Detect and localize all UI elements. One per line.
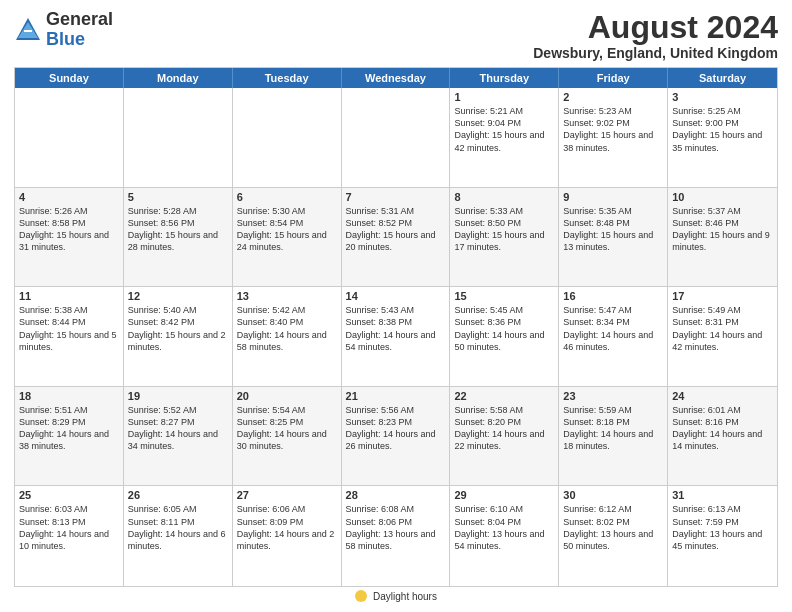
day-number: 5 <box>128 191 228 203</box>
day-number: 26 <box>128 489 228 501</box>
day-number: 17 <box>672 290 773 302</box>
cell-info: Sunrise: 5:58 AM Sunset: 8:20 PM Dayligh… <box>454 404 554 453</box>
day-number: 16 <box>563 290 663 302</box>
cell-info: Sunrise: 5:59 AM Sunset: 8:18 PM Dayligh… <box>563 404 663 453</box>
cell-info: Sunrise: 5:31 AM Sunset: 8:52 PM Dayligh… <box>346 205 446 254</box>
calendar-cell <box>233 88 342 187</box>
day-number: 23 <box>563 390 663 402</box>
cell-info: Sunrise: 5:43 AM Sunset: 8:38 PM Dayligh… <box>346 304 446 353</box>
calendar-cell: 13Sunrise: 5:42 AM Sunset: 8:40 PM Dayli… <box>233 287 342 386</box>
day-number: 30 <box>563 489 663 501</box>
calendar-row-4: 18Sunrise: 5:51 AM Sunset: 8:29 PM Dayli… <box>15 387 777 487</box>
cell-info: Sunrise: 5:54 AM Sunset: 8:25 PM Dayligh… <box>237 404 337 453</box>
logo-text: General Blue <box>46 10 113 50</box>
weekday-header-thursday: Thursday <box>450 68 559 88</box>
calendar-cell: 9Sunrise: 5:35 AM Sunset: 8:48 PM Daylig… <box>559 188 668 287</box>
cell-info: Sunrise: 6:08 AM Sunset: 8:06 PM Dayligh… <box>346 503 446 552</box>
calendar-cell: 16Sunrise: 5:47 AM Sunset: 8:34 PM Dayli… <box>559 287 668 386</box>
cell-info: Sunrise: 5:49 AM Sunset: 8:31 PM Dayligh… <box>672 304 773 353</box>
day-number: 11 <box>19 290 119 302</box>
weekday-header-monday: Monday <box>124 68 233 88</box>
cell-info: Sunrise: 5:25 AM Sunset: 9:00 PM Dayligh… <box>672 105 773 154</box>
cell-info: Sunrise: 5:38 AM Sunset: 8:44 PM Dayligh… <box>19 304 119 353</box>
daylight-legend-label: Daylight hours <box>373 591 437 602</box>
footer: Daylight hours <box>14 587 778 602</box>
cell-info: Sunrise: 5:23 AM Sunset: 9:02 PM Dayligh… <box>563 105 663 154</box>
day-number: 21 <box>346 390 446 402</box>
calendar-cell: 26Sunrise: 6:05 AM Sunset: 8:11 PM Dayli… <box>124 486 233 586</box>
day-number: 20 <box>237 390 337 402</box>
day-number: 28 <box>346 489 446 501</box>
day-number: 18 <box>19 390 119 402</box>
day-number: 22 <box>454 390 554 402</box>
day-number: 31 <box>672 489 773 501</box>
calendar-cell: 15Sunrise: 5:45 AM Sunset: 8:36 PM Dayli… <box>450 287 559 386</box>
day-number: 12 <box>128 290 228 302</box>
calendar-cell <box>15 88 124 187</box>
cell-info: Sunrise: 5:56 AM Sunset: 8:23 PM Dayligh… <box>346 404 446 453</box>
cell-info: Sunrise: 6:06 AM Sunset: 8:09 PM Dayligh… <box>237 503 337 552</box>
calendar-cell <box>124 88 233 187</box>
calendar-row-3: 11Sunrise: 5:38 AM Sunset: 8:44 PM Dayli… <box>15 287 777 387</box>
calendar-cell: 25Sunrise: 6:03 AM Sunset: 8:13 PM Dayli… <box>15 486 124 586</box>
calendar-cell: 6Sunrise: 5:30 AM Sunset: 8:54 PM Daylig… <box>233 188 342 287</box>
day-number: 13 <box>237 290 337 302</box>
calendar-cell: 14Sunrise: 5:43 AM Sunset: 8:38 PM Dayli… <box>342 287 451 386</box>
page: General Blue August 2024 Dewsbury, Engla… <box>0 0 792 612</box>
cell-info: Sunrise: 5:37 AM Sunset: 8:46 PM Dayligh… <box>672 205 773 254</box>
calendar-cell: 31Sunrise: 6:13 AM Sunset: 7:59 PM Dayli… <box>668 486 777 586</box>
day-number: 29 <box>454 489 554 501</box>
calendar-cell: 19Sunrise: 5:52 AM Sunset: 8:27 PM Dayli… <box>124 387 233 486</box>
daylight-legend-icon <box>355 590 367 602</box>
calendar-header: SundayMondayTuesdayWednesdayThursdayFrid… <box>15 68 777 88</box>
calendar-cell: 17Sunrise: 5:49 AM Sunset: 8:31 PM Dayli… <box>668 287 777 386</box>
cell-info: Sunrise: 5:47 AM Sunset: 8:34 PM Dayligh… <box>563 304 663 353</box>
location: Dewsbury, England, United Kingdom <box>533 45 778 61</box>
day-number: 19 <box>128 390 228 402</box>
day-number: 15 <box>454 290 554 302</box>
calendar-cell: 21Sunrise: 5:56 AM Sunset: 8:23 PM Dayli… <box>342 387 451 486</box>
calendar-cell: 12Sunrise: 5:40 AM Sunset: 8:42 PM Dayli… <box>124 287 233 386</box>
calendar-cell: 3Sunrise: 5:25 AM Sunset: 9:00 PM Daylig… <box>668 88 777 187</box>
calendar-row-5: 25Sunrise: 6:03 AM Sunset: 8:13 PM Dayli… <box>15 486 777 586</box>
calendar-body: 1Sunrise: 5:21 AM Sunset: 9:04 PM Daylig… <box>15 88 777 586</box>
cell-info: Sunrise: 5:52 AM Sunset: 8:27 PM Dayligh… <box>128 404 228 453</box>
calendar-cell: 11Sunrise: 5:38 AM Sunset: 8:44 PM Dayli… <box>15 287 124 386</box>
cell-info: Sunrise: 5:42 AM Sunset: 8:40 PM Dayligh… <box>237 304 337 353</box>
cell-info: Sunrise: 6:10 AM Sunset: 8:04 PM Dayligh… <box>454 503 554 552</box>
header: General Blue August 2024 Dewsbury, Engla… <box>14 10 778 61</box>
cell-info: Sunrise: 5:45 AM Sunset: 8:36 PM Dayligh… <box>454 304 554 353</box>
cell-info: Sunrise: 5:28 AM Sunset: 8:56 PM Dayligh… <box>128 205 228 254</box>
calendar-cell: 23Sunrise: 5:59 AM Sunset: 8:18 PM Dayli… <box>559 387 668 486</box>
day-number: 10 <box>672 191 773 203</box>
day-number: 1 <box>454 91 554 103</box>
calendar-cell: 8Sunrise: 5:33 AM Sunset: 8:50 PM Daylig… <box>450 188 559 287</box>
cell-info: Sunrise: 5:33 AM Sunset: 8:50 PM Dayligh… <box>454 205 554 254</box>
cell-info: Sunrise: 5:35 AM Sunset: 8:48 PM Dayligh… <box>563 205 663 254</box>
weekday-header-wednesday: Wednesday <box>342 68 451 88</box>
day-number: 4 <box>19 191 119 203</box>
cell-info: Sunrise: 5:40 AM Sunset: 8:42 PM Dayligh… <box>128 304 228 353</box>
cell-info: Sunrise: 5:51 AM Sunset: 8:29 PM Dayligh… <box>19 404 119 453</box>
day-number: 7 <box>346 191 446 203</box>
logo-icon <box>14 16 42 44</box>
month-year: August 2024 <box>533 10 778 45</box>
title-block: August 2024 Dewsbury, England, United Ki… <box>533 10 778 61</box>
day-number: 3 <box>672 91 773 103</box>
calendar-cell: 4Sunrise: 5:26 AM Sunset: 8:58 PM Daylig… <box>15 188 124 287</box>
day-number: 14 <box>346 290 446 302</box>
cell-info: Sunrise: 5:26 AM Sunset: 8:58 PM Dayligh… <box>19 205 119 254</box>
cell-info: Sunrise: 6:05 AM Sunset: 8:11 PM Dayligh… <box>128 503 228 552</box>
cell-info: Sunrise: 6:03 AM Sunset: 8:13 PM Dayligh… <box>19 503 119 552</box>
day-number: 9 <box>563 191 663 203</box>
cell-info: Sunrise: 6:01 AM Sunset: 8:16 PM Dayligh… <box>672 404 773 453</box>
cell-info: Sunrise: 5:21 AM Sunset: 9:04 PM Dayligh… <box>454 105 554 154</box>
calendar: SundayMondayTuesdayWednesdayThursdayFrid… <box>14 67 778 587</box>
svg-rect-2 <box>24 30 32 32</box>
logo: General Blue <box>14 10 113 50</box>
day-number: 27 <box>237 489 337 501</box>
day-number: 6 <box>237 191 337 203</box>
calendar-cell: 20Sunrise: 5:54 AM Sunset: 8:25 PM Dayli… <box>233 387 342 486</box>
calendar-cell: 29Sunrise: 6:10 AM Sunset: 8:04 PM Dayli… <box>450 486 559 586</box>
calendar-cell: 7Sunrise: 5:31 AM Sunset: 8:52 PM Daylig… <box>342 188 451 287</box>
